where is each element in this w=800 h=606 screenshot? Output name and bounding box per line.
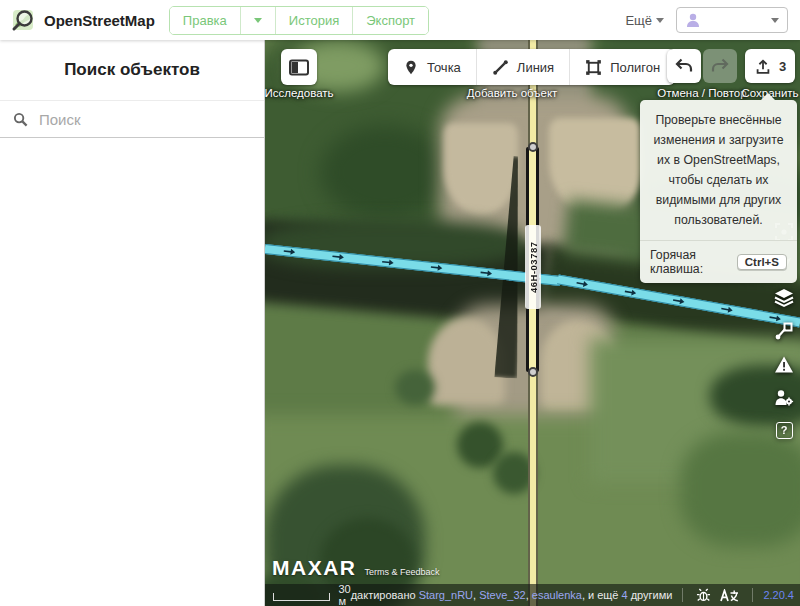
add-line-button[interactable]: Линия xyxy=(476,49,569,85)
user-menu-button[interactable] xyxy=(676,7,788,33)
editor-link[interactable]: Steve_32 xyxy=(479,589,525,601)
more-editors-count-link[interactable]: 4 xyxy=(622,589,628,601)
hotkey-key: Ctrl+S xyxy=(737,254,787,270)
flow-arrow-icon xyxy=(331,252,346,261)
undo-redo-label: Отмена / Повтор xyxy=(657,87,746,99)
flow-arrow-icon xyxy=(671,296,686,306)
add-point-label: Точка xyxy=(427,60,461,75)
layers-icon xyxy=(774,288,794,308)
scale-bar xyxy=(273,593,330,601)
header-nav: Правка История Экспорт xyxy=(169,6,429,35)
add-polygon-label: Полигон xyxy=(610,60,660,75)
explore-label: Исследовать xyxy=(265,87,334,99)
editors-list: Starg_nRU, Steve_32, esaulenka, xyxy=(419,589,585,601)
explore-button[interactable] xyxy=(281,49,317,85)
brand-title: OpenStreetMap xyxy=(44,12,155,29)
background-settings-button[interactable] xyxy=(774,288,794,308)
preferences-button[interactable] xyxy=(774,387,794,407)
divider xyxy=(682,588,683,602)
line-icon xyxy=(492,59,509,76)
save-tooltip: Проверьте внесённые изменения и загрузит… xyxy=(640,100,797,283)
add-point-button[interactable]: Точка xyxy=(388,49,476,85)
chevron-down-icon xyxy=(771,18,779,23)
undo-button[interactable] xyxy=(667,49,701,83)
status-bar: 30 м дактировано Starg_nRU, Steve_32, es… xyxy=(265,584,800,606)
more-editors-suffix: другими xyxy=(631,589,673,601)
imagery-provider-logo[interactable]: MAXAR xyxy=(272,556,357,580)
help-button[interactable]: ? xyxy=(774,420,794,440)
more-editors-prefix: и ещё xyxy=(588,589,619,601)
search-input[interactable] xyxy=(37,110,251,129)
more-menu-button[interactable]: Ещё xyxy=(625,13,664,28)
scale-label: 30 м xyxy=(338,583,350,606)
chevron-down-icon xyxy=(254,18,262,23)
add-object-label: Добавить объект xyxy=(467,87,558,99)
flow-arrow-icon xyxy=(479,268,494,277)
undo-icon xyxy=(674,57,694,75)
map-data-button[interactable] xyxy=(774,321,794,341)
search-sidebar: Поиск объектов xyxy=(0,40,265,606)
translate-icon xyxy=(720,589,739,602)
edit-dropdown-button[interactable] xyxy=(240,7,275,34)
top-header: OpenStreetMap Правка История Экспорт Ещё xyxy=(0,0,800,40)
editor-link[interactable]: Starg_nRU xyxy=(419,589,473,601)
add-object-toolbar: Точка Линия Полигон xyxy=(388,49,675,85)
flow-arrow-icon xyxy=(623,287,638,297)
user-settings-icon xyxy=(774,388,794,407)
divider xyxy=(752,588,753,602)
edited-by-text: дактировано xyxy=(351,589,416,601)
search-icon xyxy=(13,112,28,127)
avatar-icon xyxy=(685,12,701,28)
issues-button[interactable] xyxy=(774,354,794,374)
redo-icon xyxy=(710,57,730,75)
flow-arrow-icon xyxy=(381,258,396,267)
translate-button[interactable] xyxy=(720,589,739,602)
flow-arrow-icon xyxy=(430,263,445,272)
map-canvas[interactable]: 46Н-03787 Исследовать Точка Линия Полиго… xyxy=(265,40,800,606)
upload-icon xyxy=(754,58,772,75)
editor-link[interactable]: esaulenka xyxy=(532,589,582,601)
flow-arrow-icon xyxy=(282,247,297,256)
redo-button[interactable] xyxy=(703,49,737,83)
help-icon: ? xyxy=(776,422,793,439)
imagery-terms-link[interactable]: Terms & Feedback xyxy=(365,567,440,577)
history-button[interactable]: История xyxy=(275,7,352,34)
imagery-attribution[interactable]: MAXAR Terms & Feedback xyxy=(272,556,440,580)
hotkey-label: Горячая клавиша: xyxy=(650,248,730,276)
edit-count-badge: 3 xyxy=(779,59,786,74)
sidebar-title: Поиск объектов xyxy=(0,60,264,80)
report-bug-button[interactable] xyxy=(696,588,711,602)
way-vertex[interactable] xyxy=(528,367,538,377)
chevron-down-icon xyxy=(656,18,664,23)
flow-arrow-icon xyxy=(575,279,590,289)
edit-button[interactable]: Правка xyxy=(170,7,240,34)
warning-icon xyxy=(774,355,794,374)
road-ref-label: 46Н-03787 xyxy=(525,225,541,309)
bug-icon xyxy=(696,588,711,602)
export-button[interactable]: Экспорт xyxy=(352,7,428,34)
sidebar-toggle-icon xyxy=(289,59,309,76)
osm-logo-icon xyxy=(10,7,36,33)
flow-arrow-icon xyxy=(720,304,735,314)
map-data-icon xyxy=(774,321,794,341)
save-tooltip-message: Проверьте внесённые изменения и загрузит… xyxy=(640,100,797,240)
add-line-label: Линия xyxy=(517,60,554,75)
save-button[interactable]: 3 xyxy=(745,49,795,83)
way-vertex[interactable] xyxy=(528,142,538,152)
polygon-icon xyxy=(585,59,602,76)
osm-brand[interactable]: OpenStreetMap xyxy=(10,7,155,33)
version-link[interactable]: 2.20.4 xyxy=(763,589,794,601)
osm-id-editor: 46Н-03787 Исследовать Точка Линия Полиго… xyxy=(0,0,800,606)
search-box[interactable] xyxy=(0,100,264,138)
add-polygon-button[interactable]: Полигон xyxy=(569,49,675,85)
point-icon xyxy=(403,59,419,76)
